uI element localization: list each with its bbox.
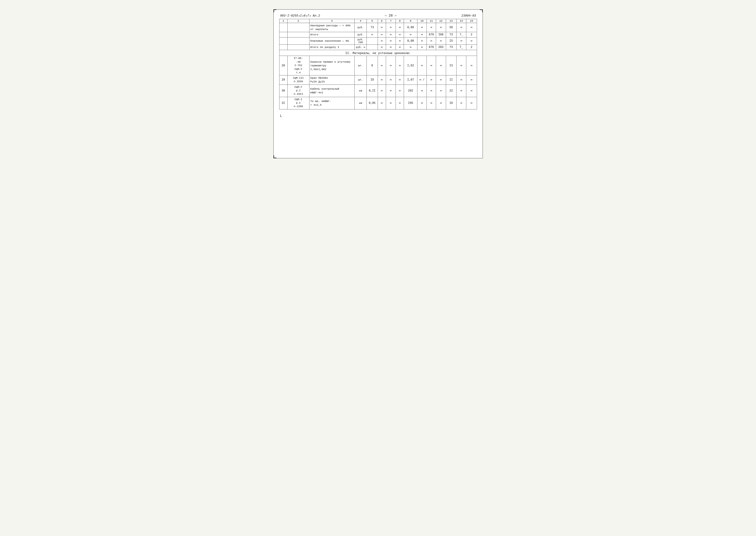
cell-row0-col3: Накладные расходы — ≈ 80% от зарплаты: [309, 23, 354, 32]
cell-row7-col8: ∞: [396, 84, 404, 97]
cell-row6-col6: ∞: [378, 76, 386, 84]
cell-row3-col9: ∞: [404, 45, 418, 50]
cell-row0-col10: ∞: [417, 23, 426, 32]
cell-row6-col2: СЦМ-III п.I039: [287, 76, 309, 84]
cell-row1-col13: 73: [446, 32, 456, 38]
main-table: 1 2 3 4 5 6 7 8 9 10 11 12 13 14 15 Накл…: [279, 19, 477, 110]
header-left: 903-I-0255₀I₀8₀7₀ Ал.2: [280, 14, 320, 17]
cell-row5-col10: ∞: [417, 56, 426, 76]
cell-row7-col9: 202: [404, 84, 418, 97]
cell-row3-col14: 7_: [456, 45, 466, 50]
cell-row5-col9: I,62: [404, 56, 418, 76]
cell-row3-col15: 2: [466, 45, 477, 50]
cell-row6-col13: II: [446, 76, 456, 84]
cell-row6-col14: ∞: [456, 76, 466, 84]
document-page: 903-I-0255₀I₀8₀7₀ Ал.2 — 28 — 23004-03 1…: [273, 9, 483, 158]
col-header-15: 15: [466, 19, 477, 23]
cell-row0-col5: 73: [367, 23, 378, 32]
table-row: Плановые накопления — 8%руб. I88∞∞∞0,08∞…: [279, 38, 477, 45]
cell-row1-col4: руб.: [354, 32, 367, 38]
col-header-12: 12: [436, 19, 446, 23]
cell-row5-col7: ∞: [386, 56, 396, 76]
cell-row2-col11: ∞: [426, 38, 436, 45]
cell-row6-col11: ∞: [426, 76, 436, 84]
cell-row8-col10: ∞: [417, 97, 426, 109]
cell-row5-col5: 8: [367, 56, 378, 76]
cell-row3-col2: [287, 45, 309, 50]
cell-row1-col6: ∞: [378, 32, 386, 38]
cell-row0-col15: ∞: [466, 23, 477, 32]
col-header-11: 11: [426, 19, 436, 23]
cell-row7-col11: ∞: [426, 84, 436, 97]
table-row: Итого по разделу Iруб. ∞∞∞∞∞∞679203737_2: [279, 45, 477, 50]
cell-row7-col7: ∞: [386, 84, 396, 97]
cell-row6-col1: 29: [279, 76, 287, 84]
cell-row6-col15: ∞: [466, 76, 477, 84]
cell-row0-col12: ∞: [436, 23, 446, 32]
cell-row7-col14: ∞: [456, 84, 466, 97]
cell-row2-col7: ∞: [386, 38, 396, 45]
cell-row7-col6: ∞: [378, 84, 386, 97]
cell-row1-col2: [287, 32, 309, 38]
cell-row1-col7: ∞: [386, 32, 396, 38]
cell-row0-col6: ∞: [378, 23, 386, 32]
cell-row5-col8: ∞: [396, 56, 404, 76]
cell-row6-col5: IO: [367, 76, 378, 84]
cell-row1-col3: Итого: [309, 32, 354, 38]
cell-row8-col9: I95: [404, 97, 418, 109]
cell-row7-col13: 22: [446, 84, 456, 97]
cell-row6-col7: ∞: [386, 76, 396, 84]
cell-row6-col3: Кран ПБI86к РуI6 ДуI5: [309, 76, 354, 84]
cell-row1-col1: [279, 32, 287, 38]
header-right: 23004-03: [461, 14, 476, 17]
cell-row7-col1: 30: [279, 84, 287, 97]
col-header-9: 9: [404, 19, 418, 23]
cell-row2-col4: руб. I88: [354, 38, 367, 45]
col-header-7: 7: [386, 19, 396, 23]
cell-row8-col14: ∞: [456, 97, 466, 109]
table-row: 29СЦМ-III п.I039Кран ПБI86к РуI6 ДуI5шт.…: [279, 76, 477, 84]
col-header-8: 8: [396, 19, 404, 23]
cell-row7-col10: ∞: [417, 84, 426, 97]
cell-row5-col15: ∞: [466, 56, 477, 76]
section-header-row: II. Материалы, не учтенные ценником:: [279, 50, 477, 56]
cell-row6-col8: ∞: [396, 76, 404, 84]
cell-row7-col15: ∞: [466, 84, 477, 97]
table-row: 30СЦМ-У р.I п.I8I4Кабель контрольный КВВ…: [279, 84, 477, 97]
cell-row7-col4: км: [354, 84, 367, 97]
cell-row8-col15: ∞: [466, 97, 477, 109]
cell-row2-col12: ∞: [436, 38, 446, 45]
cell-row2-col5: [367, 38, 378, 45]
cell-row2-col9: 0,08: [404, 38, 418, 45]
cell-row8-col3: То же, АКВВГ- ≈ 4x2,5: [309, 97, 354, 109]
cell-row3-col10: ∞: [417, 45, 426, 50]
footer-corner: L: [279, 114, 477, 118]
cell-row3-col13: 73: [446, 45, 456, 50]
cell-row1-col11: 679: [426, 32, 436, 38]
cell-row5-col2: I7-06- -48 I-752 СЦМ-У т.4: [287, 56, 309, 76]
cell-row1-col10: ∞: [417, 32, 426, 38]
cell-row1-col12: I88: [436, 32, 446, 38]
cell-row2-col14: ∞: [456, 38, 466, 45]
cell-row8-col11: ∞: [426, 97, 436, 109]
cell-row8-col1: 3I: [279, 97, 287, 109]
table-row: Накладные расходы — ≈ 80% от зарплатыруб…: [279, 23, 477, 32]
col-header-4: 4: [354, 19, 367, 23]
cell-row1-col8: ∞: [396, 32, 404, 38]
cell-row0-col2: [287, 23, 309, 32]
cell-row0-col9: 0,80: [404, 23, 418, 32]
cell-row0-col11: ∞: [426, 23, 436, 32]
col-header-1: 1: [279, 19, 287, 23]
cell-row1-col15: 2: [466, 32, 477, 38]
cell-row5-col6: ∞: [378, 56, 386, 76]
cell-row8-col5: 0,05: [367, 97, 378, 109]
cell-row1-col9: ∞: [404, 32, 418, 38]
cell-row8-col7: ∞: [386, 97, 396, 109]
cell-row8-col12: ∞: [436, 97, 446, 109]
cell-row3-col8: ∞: [396, 45, 404, 50]
cell-row3-col4: руб. ∞: [354, 45, 367, 50]
cell-row1-col14: 7_: [456, 32, 466, 38]
cell-row3-col7: ∞: [386, 45, 396, 50]
table-row: Итогоруб.∞∞∞∞∞∞679I88737_2: [279, 32, 477, 38]
cell-row2-col3: Плановые накопления — 8%: [309, 38, 354, 45]
